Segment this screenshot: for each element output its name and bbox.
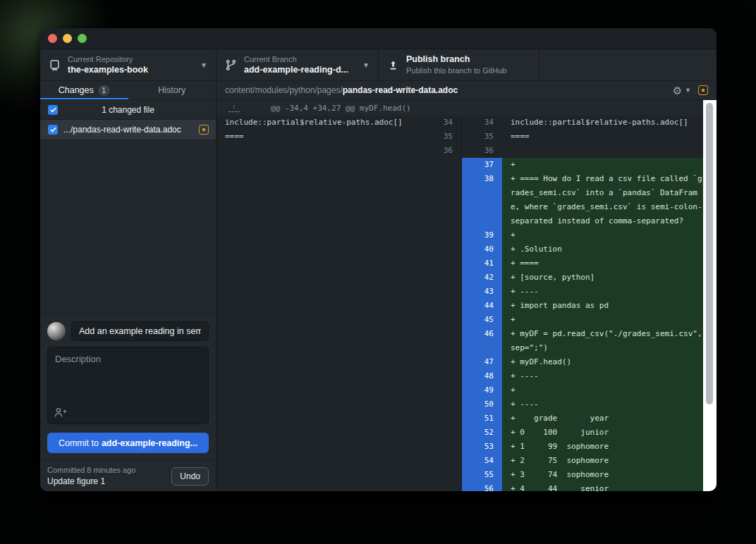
diff-old-line-number[interactable]: [422, 242, 462, 256]
diff-new-line-number[interactable]: 46: [462, 327, 502, 355]
diff-new-line-number[interactable]: 45: [462, 313, 502, 327]
diff-new-line-number[interactable]: 34: [462, 116, 502, 130]
add-coauthor-icon[interactable]: [54, 407, 67, 418]
diff-row[interactable]: 44+ import pandas as pd: [217, 299, 703, 313]
diff-old-line-number[interactable]: [422, 271, 462, 285]
minimize-window-button[interactable]: [63, 34, 72, 43]
diff-old-line-number[interactable]: 35: [422, 130, 462, 144]
diff-old-line-number[interactable]: [422, 412, 462, 426]
hunk-header-text: @@ -34,4 +34,27 @@ myDF.head(): [271, 104, 411, 113]
diff-row[interactable]: 41+ ====: [217, 256, 703, 271]
diff-row[interactable]: 56+ 4 44 senior: [217, 482, 703, 491]
diff-new-line-number[interactable]: 50: [462, 397, 502, 412]
diff-old-line-number[interactable]: [422, 299, 462, 313]
diff-row[interactable]: 55+ 3 74 sophomore: [217, 468, 703, 482]
diff-old-line-number[interactable]: 34: [422, 116, 462, 130]
diff-old-line-number[interactable]: [422, 369, 462, 383]
diff-new-line-number[interactable]: 42: [462, 271, 502, 285]
file-checkbox[interactable]: [48, 125, 58, 135]
diff-old-line-number[interactable]: 36: [422, 144, 462, 158]
diff-row[interactable]: 43+ ----: [217, 285, 703, 299]
diff-new-line-number[interactable]: 54: [462, 454, 502, 468]
chevron-down-icon[interactable]: ▼: [685, 87, 691, 94]
diff-new-line-number[interactable]: 55: [462, 468, 502, 482]
publish-branch-button[interactable]: Publish branch Publish this branch to Gi…: [379, 49, 539, 80]
undo-button[interactable]: Undo: [171, 467, 209, 486]
diff-row[interactable]: 52+ 0 100 junior: [217, 426, 703, 440]
diff-row[interactable]: 47+ myDF.head(): [217, 355, 703, 369]
diff-scrollbar-thumb[interactable]: [706, 103, 713, 404]
commit-form: Commit to add-example-reading...: [40, 314, 216, 460]
diff-row[interactable]: 53+ 1 99 sophomore: [217, 440, 703, 454]
diff-row[interactable]: 37+: [217, 158, 703, 172]
diff-new-line-number[interactable]: 53: [462, 440, 502, 454]
diff-old-line-number[interactable]: [422, 228, 462, 242]
diff-row[interactable]: 51+ grade year: [217, 412, 703, 426]
diff-new-line-number[interactable]: 56: [462, 482, 502, 491]
diff-new-content: + 1 99 sophomore: [502, 440, 703, 454]
diff-new-line-number[interactable]: 48: [462, 369, 502, 383]
diff-old-line-number[interactable]: [422, 482, 462, 491]
diff-new-content: + [source, python]: [502, 271, 703, 285]
zoom-window-button[interactable]: [78, 34, 87, 43]
diff-old-line-number[interactable]: [422, 313, 462, 327]
diff-old-line-number[interactable]: [422, 454, 462, 468]
diff-row[interactable]: 46+ myDF = pd.read_csv("./grades_semi.cs…: [217, 327, 703, 355]
diff-new-line-number[interactable]: 36: [462, 144, 502, 158]
current-repository-selector[interactable]: Current Repository the-examples-book ▼: [40, 49, 217, 80]
diff-new-line-number[interactable]: 43: [462, 285, 502, 299]
publish-title: Publish branch: [406, 54, 530, 65]
diff-row[interactable]: 49+: [217, 383, 703, 397]
diff-scrollbar-track[interactable]: [703, 100, 717, 491]
diff-old-line-number[interactable]: [422, 383, 462, 397]
diff-row[interactable]: 54+ 2 75 sophomore: [217, 454, 703, 468]
diff-new-line-number[interactable]: 39: [462, 228, 502, 242]
diff-row[interactable]: 39+: [217, 228, 703, 242]
expand-hunk-icon[interactable]: ↑: [228, 104, 240, 112]
diff-old-line-number[interactable]: [422, 327, 462, 355]
diff-row[interactable]: ====3535====: [217, 130, 703, 144]
commit-button[interactable]: Commit to add-example-reading...: [47, 433, 209, 453]
diff-row[interactable]: 3636: [217, 144, 703, 158]
diff-new-line-number[interactable]: 51: [462, 412, 502, 426]
diff-new-line-number[interactable]: 47: [462, 355, 502, 369]
diff-old-line-number[interactable]: [422, 355, 462, 369]
diff-new-line-number[interactable]: 49: [462, 383, 502, 397]
diff-new-content: + myDF.head(): [502, 355, 703, 369]
diff-row[interactable]: 40+ .Solution: [217, 242, 703, 256]
diff-old-content: [217, 285, 422, 299]
diff-old-line-number[interactable]: [422, 426, 462, 440]
diff-old-line-number[interactable]: [422, 285, 462, 299]
diff-new-line-number[interactable]: 44: [462, 299, 502, 313]
diff-old-content: [217, 355, 422, 369]
commit-description-input[interactable]: [47, 347, 209, 424]
close-window-button[interactable]: [48, 34, 57, 43]
diff-old-line-number[interactable]: [422, 468, 462, 482]
diff-row[interactable]: 50+ ----: [217, 397, 703, 412]
diff-new-line-number[interactable]: 35: [462, 130, 502, 144]
diff-row[interactable]: 42+ [source, python]: [217, 271, 703, 285]
changed-file-row[interactable]: .../pandas-read-write-data.adoc: [40, 120, 216, 140]
commit-summary-input[interactable]: [71, 321, 209, 341]
tab-history[interactable]: History: [128, 81, 217, 99]
diff-row[interactable]: 48+ ----: [217, 369, 703, 383]
diff-new-content: + 2 75 sophomore: [502, 454, 703, 468]
diff-old-line-number[interactable]: [422, 397, 462, 412]
diff-row[interactable]: 38+ ==== How do I read a csv file called…: [217, 172, 703, 228]
diff-old-line-number[interactable]: [422, 158, 462, 172]
diff-old-line-number[interactable]: [422, 256, 462, 271]
diff-old-line-number[interactable]: [422, 440, 462, 454]
diff-new-line-number[interactable]: 37: [462, 158, 502, 172]
diff-row[interactable]: include::partial$relative-paths.adoc[]34…: [217, 116, 703, 130]
current-branch-selector[interactable]: Current Branch add-example-reading-d... …: [217, 49, 379, 80]
diff-new-line-number[interactable]: 38: [462, 172, 502, 228]
diff-old-line-number[interactable]: [422, 172, 462, 228]
diff-row[interactable]: 45+: [217, 313, 703, 327]
repo-icon: [49, 59, 61, 71]
tab-changes[interactable]: Changes 1: [40, 81, 128, 99]
diff-new-line-number[interactable]: 40: [462, 242, 502, 256]
diff-new-line-number[interactable]: 41: [462, 256, 502, 271]
diff-new-line-number[interactable]: 52: [462, 426, 502, 440]
last-commit-message: Update figure 1: [47, 476, 171, 487]
gear-icon[interactable]: ⚙: [673, 85, 682, 96]
